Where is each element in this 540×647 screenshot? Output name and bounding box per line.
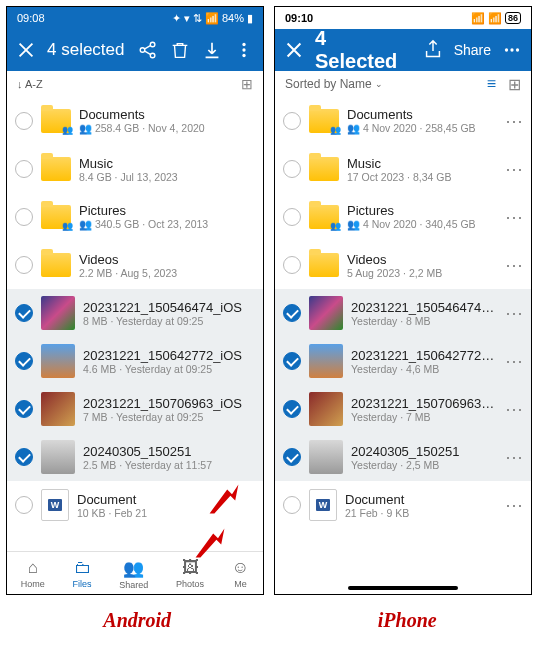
item-detail: Yesterday · 2,5 MB [351,459,497,471]
export-icon[interactable] [422,39,444,61]
sort-button[interactable]: Sorted by Name ⌄ [285,77,383,91]
selection-radio[interactable] [15,160,33,178]
status-time: 09:08 [17,12,45,24]
list-item[interactable]: 20231221_150642772_iOS 4.6 MB · Yesterda… [7,337,263,385]
selection-radio[interactable] [283,256,301,274]
selection-radio[interactable] [15,352,33,370]
item-meta: Document 21 Feb · 9 KB [345,492,497,519]
item-detail: 👥 4 Nov 2020 · 258,45 GB [347,122,497,135]
item-meta: Pictures 👥 4 Nov 2020 · 340,45 GB [347,203,497,231]
nav-home[interactable]: ⌂Home [21,558,45,590]
item-name: Videos [79,252,255,267]
more-icon[interactable] [233,39,255,61]
list-item[interactable]: Pictures 👥 4 Nov 2020 · 340,45 GB ⋯ [275,193,531,241]
selection-radio[interactable] [15,496,33,514]
list-item[interactable]: 20231221_150642772_iOS Yesterday · 4,6 M… [275,337,531,385]
item-name: 20231221_150642772_iOS [83,348,255,363]
item-name: 20231221_150706963_iOS [83,396,255,411]
list-item[interactable]: Videos 2.2 MB · Aug 5, 2023 [7,241,263,289]
item-name: 20231221_150642772_iOS [351,348,497,363]
svg-point-2 [150,53,155,58]
close-icon[interactable] [283,39,305,61]
item-more-icon[interactable]: ⋯ [505,254,523,276]
folder-icon [41,205,71,229]
item-more-icon[interactable]: ⋯ [505,494,523,516]
file-list: Documents 👥 4 Nov 2020 · 258,45 GB ⋯ Mus… [275,97,531,582]
list-item[interactable]: 20240305_150251 2.5 MB · Yesterday at 11… [7,433,263,481]
item-more-icon[interactable]: ⋯ [505,302,523,324]
nav-shared[interactable]: 👥Shared [119,558,148,590]
item-meta: Documents 👥 4 Nov 2020 · 258,45 GB [347,107,497,135]
selection-radio[interactable] [15,304,33,322]
document-icon: W [41,489,69,521]
selection-radio[interactable] [283,208,301,226]
selection-radio[interactable] [283,160,301,178]
status-bar: 09:10 📶 📶 86 [275,7,531,29]
item-more-icon[interactable]: ⋯ [505,158,523,180]
list-item[interactable]: 20231221_150706963_iOS Yesterday · 7 MB … [275,385,531,433]
item-name: Music [79,156,255,171]
item-meta: 20231221_150706963_iOS 7 MB · Yesterday … [83,396,255,423]
list-item[interactable]: Music 8.4 GB · Jul 13, 2023 [7,145,263,193]
selection-radio[interactable] [15,208,33,226]
home-indicator[interactable] [348,586,458,590]
selection-radio[interactable] [15,256,33,274]
list-item[interactable]: Pictures 👥 340.5 GB · Oct 23, 2013 [7,193,263,241]
folder-icon [41,253,71,277]
list-item[interactable]: Documents 👥 4 Nov 2020 · 258,45 GB ⋯ [275,97,531,145]
selection-radio[interactable] [283,352,301,370]
item-meta: Music 8.4 GB · Jul 13, 2023 [79,156,255,183]
grid-view-icon[interactable]: ⊞ [508,75,521,94]
item-detail: 7 MB · Yesterday at 09:25 [83,411,255,423]
download-icon[interactable] [201,39,223,61]
item-meta: 20240305_150251 Yesterday · 2,5 MB [351,444,497,471]
delete-icon[interactable] [169,39,191,61]
pointer-arrow [208,483,240,515]
nav-files[interactable]: 🗀Files [73,558,92,590]
item-detail: Yesterday · 8 MB [351,315,497,327]
selection-radio[interactable] [283,400,301,418]
nav-photos[interactable]: 🖼Photos [176,558,204,590]
folder-icon [309,157,339,181]
list-item[interactable]: Music 17 Oct 2023 · 8,34 GB ⋯ [275,145,531,193]
android-screen: 09:08 ✦ ▾ ⇅ 📶 84% ▮ 4 selected [6,6,264,595]
selection-radio[interactable] [283,304,301,322]
share-button[interactable]: Share [454,42,491,58]
image-thumbnail [41,392,75,426]
list-item[interactable]: 20231221_150546474_iOS 8 MB · Yesterday … [7,289,263,337]
svg-point-7 [505,48,508,51]
view-toggle-icon[interactable]: ⊞ [241,76,253,92]
item-name: Documents [79,107,255,122]
item-more-icon[interactable]: ⋯ [505,398,523,420]
list-item[interactable]: 20231221_150546474_iOS Yesterday · 8 MB … [275,289,531,337]
item-more-icon[interactable]: ⋯ [505,110,523,132]
list-item[interactable]: 20231221_150706963_iOS 7 MB · Yesterday … [7,385,263,433]
item-detail: 👥 340.5 GB · Oct 23, 2013 [79,218,255,231]
image-thumbnail [309,344,343,378]
folder-icon [309,253,339,277]
list-item[interactable]: Documents 👥 258.4 GB · Nov 4, 2020 [7,97,263,145]
list-view-icon[interactable]: ≡ [487,75,496,94]
item-meta: 20231221_150546474_iOS Yesterday · 8 MB [351,300,497,327]
caption-ios: iPhone [378,609,437,632]
svg-point-4 [242,48,245,51]
item-more-icon[interactable]: ⋯ [505,350,523,372]
selection-radio[interactable] [15,448,33,466]
selection-radio[interactable] [15,400,33,418]
list-item[interactable]: 20240305_150251 Yesterday · 2,5 MB ⋯ [275,433,531,481]
item-more-icon[interactable]: ⋯ [505,446,523,468]
close-icon[interactable] [15,39,37,61]
selection-radio[interactable] [283,112,301,130]
sort-button[interactable]: ↓ A-Z [17,78,43,90]
item-more-icon[interactable]: ⋯ [505,206,523,228]
more-icon[interactable] [501,39,523,61]
image-thumbnail [309,440,343,474]
list-item[interactable]: W Document 21 Feb · 9 KB ⋯ [275,481,531,529]
nav-me[interactable]: ☺Me [232,558,249,590]
selection-radio[interactable] [15,112,33,130]
list-item[interactable]: Videos 5 Aug 2023 · 2,2 MB ⋯ [275,241,531,289]
share-icon[interactable] [137,39,159,61]
selection-radio[interactable] [283,496,301,514]
selection-radio[interactable] [283,448,301,466]
item-detail: Yesterday · 4,6 MB [351,363,497,375]
